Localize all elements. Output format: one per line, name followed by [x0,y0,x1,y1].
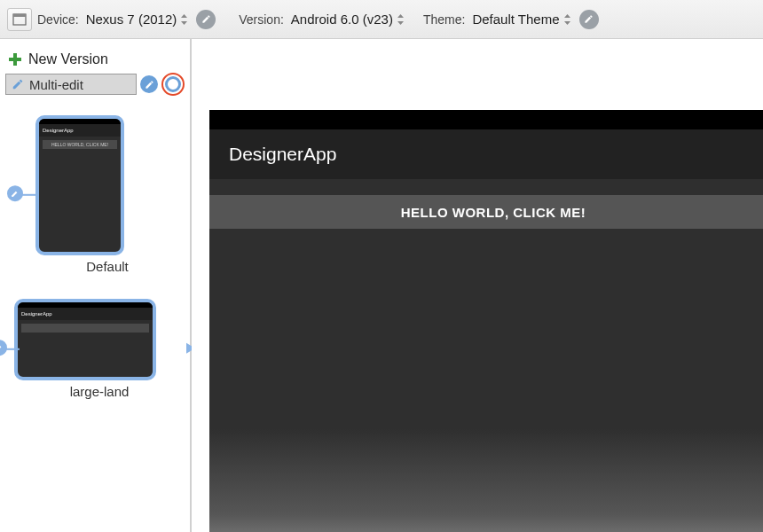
thumb-button: HELLO WORLD, CLICK ME! [43,140,117,149]
new-version-button[interactable]: New Version [5,48,185,73]
multi-edit-button[interactable]: Multi-edit [5,74,137,95]
pencil-icon [10,76,26,92]
version-label: Version: [239,12,284,27]
theme-dropdown[interactable]: Default Theme [470,10,573,28]
device-label: Device: [37,12,79,27]
preview-content: HELLO WORLD, CLICK ME! [209,179,763,229]
device-dropdown[interactable]: Nexus 7 (2012) [84,10,192,28]
version-dropdown[interactable]: Android 6.0 (v23) [289,10,407,28]
device-value: Nexus 7 (2012) [86,12,177,27]
svg-rect-3 [9,58,21,61]
updown-icon [563,14,572,25]
thumb-appbar: DesignerApp [39,124,121,137]
updown-icon [180,14,189,25]
multi-edit-row: Multi-edit [5,73,185,96]
viewport-toggle-button[interactable] [7,8,32,31]
multi-edit-label: Multi-edit [29,77,83,92]
config-thumb-large-land[interactable]: DesignerApp large-land [14,299,185,399]
multi-edit-action-button[interactable] [140,75,158,93]
thumb-label: large-land [14,384,185,399]
edit-device-button[interactable] [196,10,216,29]
thumb-device-frame[interactable]: DesignerApp [14,299,156,380]
theme-label: Theme: [423,12,465,27]
toolbar: Device: Nexus 7 (2012) Version: Android … [0,0,763,39]
preview-app-title: DesignerApp [229,144,336,165]
updown-icon [397,14,405,25]
plus-icon [7,51,23,67]
thumb-connector [21,193,35,195]
preview-button[interactable]: HELLO WORLD, CLICK ME! [209,195,763,229]
thumb-appbar: DesignerApp [18,308,153,320]
new-version-label: New Version [28,51,108,67]
design-canvas[interactable]: DesignerApp HELLO WORLD, CLICK ME! [192,39,763,532]
thumb-button [21,324,149,332]
svg-rect-1 [13,14,26,17]
config-thumb-default[interactable]: DesignerApp HELLO WORLD, CLICK ME! Defau… [30,115,185,274]
theme-value: Default Theme [472,12,559,27]
sidebar: New Version Multi-edit [0,39,192,532]
edit-theme-button[interactable] [579,10,599,29]
version-value: Android 6.0 (v23) [291,12,393,27]
preview-statusbar [209,110,763,129]
body: New Version Multi-edit [0,39,763,532]
thumb-label: Default [30,259,185,274]
highlighted-ring-button[interactable] [161,73,185,96]
device-preview[interactable]: DesignerApp HELLO WORLD, CLICK ME! [209,110,763,532]
preview-appbar: DesignerApp [209,129,763,179]
ring-icon [165,76,181,92]
thumb-device-frame[interactable]: DesignerApp HELLO WORLD, CLICK ME! [35,115,124,255]
thumb-connector [5,348,20,349]
config-thumbnails: DesignerApp HELLO WORLD, CLICK ME! Defau… [5,115,185,424]
